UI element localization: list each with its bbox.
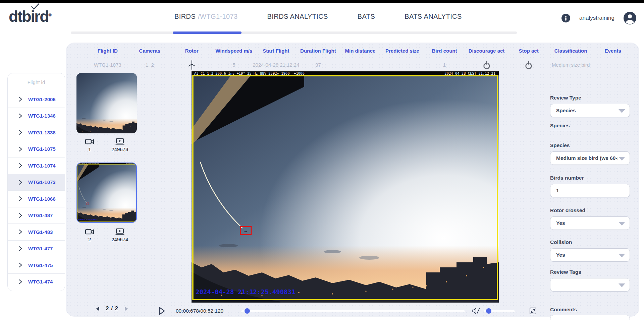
summary-column-label: Start Flight [263, 48, 289, 54]
play-icon[interactable] [158, 306, 166, 316]
collision-select[interactable]: Yes [550, 248, 630, 262]
avatar-icon[interactable] [623, 11, 637, 25]
review-type-label: Review Type [550, 95, 630, 101]
tab-birds[interactable]: BIRDS/WTG1-1073 [174, 13, 238, 20]
flight-list-item[interactable]: WTG1-1066 [8, 191, 65, 207]
summary-column-label: Bird count [432, 48, 457, 54]
flight-list-item[interactable]: WTG1-477 [8, 241, 65, 257]
birds-number-input[interactable] [556, 188, 606, 194]
summary-column-label: Windspeed m/s [215, 48, 252, 54]
summary-column-value: 2024-04-28 21:12:24 [253, 60, 299, 70]
flight-list-item[interactable]: WTG1-2006 [8, 91, 65, 108]
chevron-right-icon [18, 229, 22, 235]
volume-slider[interactable] [483, 310, 515, 312]
video-player[interactable] [192, 71, 499, 303]
chevron-right-icon [18, 130, 22, 135]
summary-column: Min distance [339, 48, 381, 70]
tab-bats[interactable]: BATS [358, 13, 375, 20]
review-tags-select[interactable] [550, 278, 630, 292]
summary-column: Cameras 1, 2 [129, 48, 171, 70]
flight-list-item[interactable]: WTG1-1075 [8, 141, 65, 158]
power-icon[interactable] [483, 60, 491, 69]
comments-textarea[interactable]: Not reaction [550, 315, 630, 320]
fullscreen-icon[interactable] [529, 307, 537, 315]
camera-number: 2 [88, 237, 91, 242]
flight-list-item-label: WTG1-1346 [28, 113, 56, 119]
wind-turbine-icon [187, 60, 196, 70]
flight-list-item[interactable]: WTG1-487 [8, 207, 65, 224]
summary-column: Windspeed m/s 5 [213, 48, 255, 70]
tab-birds-label: BIRDS [174, 13, 196, 20]
flight-list: WTG1-2006 WTG1-1346 WTG1-1338 WTG1-1075 … [8, 91, 65, 290]
review-form: Review Type Species Species Species Medi… [550, 72, 630, 320]
flight-list-item[interactable]: WTG1-1074 [8, 157, 65, 174]
progress-thumb[interactable] [245, 308, 250, 314]
summary-column: Predicted size [381, 48, 424, 70]
tabs-underline-active [173, 31, 241, 34]
rotor-crossed-select[interactable]: Yes [550, 216, 630, 230]
summary-column-value: 5 [232, 60, 235, 70]
species-label: Species [550, 142, 630, 148]
flight-list-item-label: WTG1-474 [28, 279, 53, 284]
flight-list-item[interactable]: WTG1-1073 [8, 174, 65, 191]
collision-label: Collision [550, 239, 630, 245]
power-icon[interactable] [525, 60, 533, 69]
mute-icon[interactable] [471, 307, 480, 315]
previous-page-icon[interactable] [95, 306, 100, 311]
chevron-right-icon [18, 146, 22, 152]
flight-list-item-label: WTG1-487 [28, 212, 53, 218]
info-icon[interactable] [561, 13, 571, 23]
summary-column: Duration Flight 37 [297, 48, 339, 70]
volume-thumb[interactable] [486, 308, 491, 314]
flight-list-item-label: WTG1-1075 [28, 146, 56, 152]
flight-list-item[interactable]: WTG1-1346 [8, 108, 65, 125]
time-display: 00:00:678/00:52:120 [176, 308, 229, 314]
chevron-right-icon [18, 213, 22, 218]
flight-list-item-label: WTG1-1066 [28, 196, 56, 202]
summary-column-value: 1 [443, 60, 446, 70]
chevron-down-icon [619, 254, 625, 257]
camera-1-meta: 1 249673 [76, 138, 137, 152]
tab-bats-analytics[interactable]: BATS ANALYTICS [405, 13, 462, 20]
summary-column: Start Flight 2024-04-28 21:12:24 [255, 48, 297, 70]
top-black-strip [0, 0, 644, 3]
next-page-icon[interactable] [124, 306, 129, 311]
chevron-down-icon [619, 157, 625, 161]
chevron-right-icon [18, 180, 22, 185]
chevron-right-icon [18, 97, 22, 102]
flight-list-item-label: WTG1-2006 [28, 97, 56, 102]
summary-column: Flight ID WTG1-1073 [87, 48, 129, 70]
summary-column: Classification Medium size bird [550, 48, 592, 70]
camera-number-cell: 2 [85, 228, 94, 242]
camera-number-cell: 1 [85, 138, 94, 152]
birds-number-label: Birds number [550, 175, 630, 181]
video-id: 249673 [111, 146, 128, 152]
chevron-down-icon [619, 283, 625, 287]
video-screen-icon [115, 138, 124, 145]
summary-column: Bird count 1 [423, 48, 466, 70]
tab-birds-analytics[interactable]: BIRDS ANALYTICS [267, 13, 328, 20]
camera-1-thumbnail[interactable] [76, 73, 137, 133]
summary-column-label: Events [605, 48, 621, 54]
camera-2-thumbnail-selected[interactable] [76, 163, 137, 223]
review-type-select[interactable]: Species [550, 104, 630, 117]
chevron-down-icon [619, 222, 625, 226]
main-nav-tabs: BIRDS/WTG1-1073 BIRDS ANALYTICS BATS BAT… [174, 13, 462, 20]
flight-list-item[interactable]: WTG1-483 [8, 224, 65, 241]
flight-list-item[interactable]: WTG1-474 [8, 274, 65, 291]
species-value: Medium size bird (ws 60-120 cm) [556, 155, 618, 161]
flight-list-item-label: WTG1-477 [28, 246, 53, 251]
flight-list-item-label: WTG1-1073 [28, 179, 56, 185]
video-id: 249674 [111, 237, 128, 242]
flight-id-search-input[interactable] [8, 73, 65, 91]
chevron-down-icon [619, 109, 625, 113]
summary-column-label: Discourage act [469, 48, 505, 54]
progress-slider[interactable] [241, 310, 465, 312]
flight-list-item[interactable]: WTG1-475 [8, 257, 65, 274]
chevron-right-icon [18, 262, 22, 268]
rotor-crossed-value: Yes [556, 220, 565, 226]
flight-list-item[interactable]: WTG1-1338 [8, 124, 65, 141]
tabs-underline-track [71, 31, 517, 34]
species-select[interactable]: Medium size bird (ws 60-120 cm) [550, 151, 630, 165]
tab-birds-sublabel: /WTG1-1073 [198, 13, 237, 20]
